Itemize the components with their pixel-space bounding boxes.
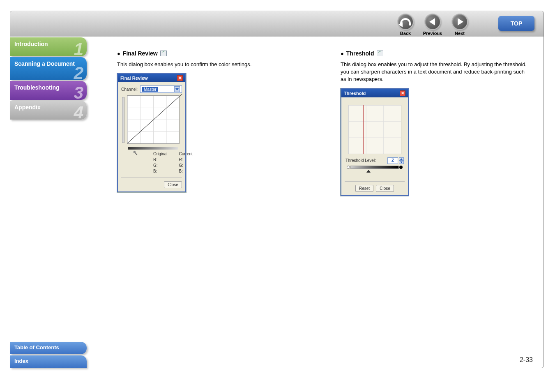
nav-next[interactable]: Next: [450, 14, 470, 36]
sidebar-item-label: Troubleshooting: [14, 84, 60, 91]
sidebar-item-label: Scanning a Document: [14, 60, 75, 67]
r-label: R:: [153, 157, 167, 163]
dialog-buttons: Close: [121, 178, 182, 188]
g-label: G:: [153, 163, 167, 168]
b-label: B:: [153, 168, 167, 174]
nav-previous[interactable]: Previous: [423, 14, 442, 36]
threshold-dialog: Threshold ✕ Threshold Level: Z: [341, 88, 409, 196]
column-left: ● Final Review This dialog box enables y…: [117, 50, 308, 196]
heading-threshold: ● Threshold: [341, 50, 531, 57]
top-bar: Back Previous Next TOP: [10, 11, 543, 37]
reset-button[interactable]: Reset: [355, 185, 373, 192]
threshold-spinner[interactable]: [399, 157, 404, 164]
heading-text: Threshold: [346, 50, 374, 57]
channel-label: Channel:: [121, 87, 138, 92]
sidebar: Introduction 1 Scanning a Document 2 Tro…: [10, 37, 92, 120]
main-content: ● Final Review This dialog box enables y…: [117, 50, 531, 196]
histogram-icon: [160, 51, 167, 56]
nav-back[interactable]: Back: [396, 14, 415, 36]
bullet-icon: ●: [341, 51, 344, 57]
back-icon: [397, 14, 414, 30]
nav-buttons: Back Previous Next: [396, 14, 470, 36]
bullet-icon: ●: [117, 51, 120, 57]
nav-next-label: Next: [450, 31, 470, 36]
chevron-up-icon: [399, 157, 404, 161]
sidebar-item-num: 1: [74, 41, 83, 58]
dialog-title-text: Threshold: [344, 91, 366, 96]
previous-icon: [424, 14, 441, 30]
channel-value: Master: [142, 87, 158, 92]
dialog-buttons: Reset Close: [345, 181, 405, 192]
channel-row: Channel: Master: [121, 85, 182, 93]
eyedropper-icon[interactable]: [133, 150, 140, 157]
column-right: ● Threshold This dialog box enables you …: [341, 50, 531, 196]
heading-text: Final Review: [123, 50, 158, 57]
rgb-readout: Original R: G: B: Current R: G: B:: [134, 151, 182, 174]
dialog-title-text: Final Review: [120, 76, 148, 81]
dialog-body: Threshold Level: Z: [341, 97, 408, 195]
threshold-slider[interactable]: [350, 166, 399, 169]
top-button[interactable]: TOP: [498, 16, 534, 31]
heading-final-review: ● Final Review: [117, 50, 308, 57]
body-final-review: This dialog box enables you to confirm t…: [117, 61, 308, 68]
threshold-level-input[interactable]: Z: [387, 157, 398, 164]
threshold-icon: [377, 51, 383, 56]
threshold-line: [363, 105, 364, 154]
sidebar-item-label: Appendix: [14, 104, 41, 111]
index-link[interactable]: Index: [10, 355, 87, 368]
slider-min-icon: [347, 166, 350, 169]
final-review-dialog: Final Review ✕ Channel: Master: [117, 73, 186, 192]
table-of-contents-link[interactable]: Table of Contents: [10, 342, 87, 354]
close-button[interactable]: Close: [164, 181, 182, 188]
threshold-graph: [348, 105, 401, 154]
page-number: 2-33: [520, 356, 533, 364]
sidebar-item-label: Introduction: [14, 41, 48, 47]
b-label: B:: [179, 168, 192, 174]
sidebar-item-num: 4: [74, 104, 83, 121]
body-threshold: This dialog box enables you to adjust th…: [341, 61, 531, 83]
sidebar-item-num: 3: [74, 84, 83, 101]
dialog-titlebar: Threshold ✕: [341, 89, 408, 97]
sidebar-item-num: 2: [74, 65, 83, 82]
r-label: R:: [179, 157, 192, 163]
col-header-original: Original: [153, 151, 167, 157]
slider-handle-icon: [366, 170, 371, 173]
threshold-level-label: Threshold Level:: [345, 158, 376, 163]
dialog-titlebar: Final Review ✕: [118, 74, 185, 82]
close-icon[interactable]: ✕: [177, 75, 183, 81]
threshold-level-row: Threshold Level: Z: [345, 157, 404, 164]
col-header-current: Current: [179, 151, 192, 157]
chevron-down-icon: [174, 86, 180, 92]
g-label: G:: [179, 163, 192, 168]
slider-max-icon: [399, 166, 403, 169]
side-slider[interactable]: [122, 97, 124, 143]
chevron-down-icon: [399, 161, 404, 164]
histogram-wrap: [121, 95, 182, 144]
nav-previous-label: Previous: [423, 31, 442, 36]
curve-line: [127, 94, 182, 143]
sidebar-item-troubleshooting[interactable]: Troubleshooting 3: [10, 81, 87, 100]
channel-select[interactable]: Master: [140, 85, 182, 93]
sidebar-item-introduction[interactable]: Introduction 1: [10, 37, 87, 56]
sidebar-item-appendix[interactable]: Appendix 4: [10, 101, 87, 120]
nav-back-label: Back: [396, 31, 415, 36]
page-frame: Back Previous Next TOP Introduction 1 Sc…: [10, 11, 544, 368]
close-button[interactable]: Close: [376, 185, 394, 192]
next-icon: [451, 14, 468, 30]
histogram-graph: [127, 95, 180, 144]
sidebar-item-scanning[interactable]: Scanning a Document 2: [10, 57, 87, 80]
gradient-strip: [128, 147, 178, 150]
bottom-links: Table of Contents Index: [10, 341, 92, 368]
dialog-body: Channel: Master: [118, 82, 185, 191]
close-icon[interactable]: ✕: [400, 90, 405, 96]
